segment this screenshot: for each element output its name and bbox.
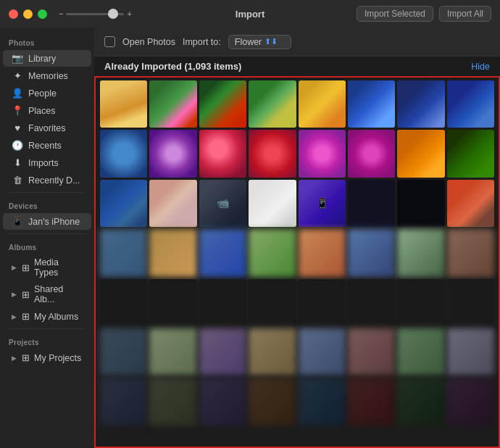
photo-cell[interactable] [348,180,395,227]
photo-cell[interactable] [299,229,346,276]
photo-cell[interactable] [199,80,246,128]
photo-cell[interactable] [348,130,395,177]
photo-cell[interactable] [100,279,147,326]
photo-cell[interactable] [149,279,196,326]
photo-cell[interactable] [100,180,147,227]
minimize-button[interactable] [23,9,33,19]
photo-cell[interactable] [199,378,246,425]
photo-cell[interactable] [149,328,196,376]
photo-cell[interactable] [397,80,444,128]
sidebar-label-recents: Recents [28,141,62,151]
photo-cell[interactable] [447,80,494,128]
photo-cell[interactable] [249,229,296,276]
photo-cell[interactable] [397,328,444,376]
photo-cell[interactable] [447,180,494,227]
favorites-icon: ♥ [12,123,23,133]
photo-cell[interactable] [149,378,196,425]
photo-cell[interactable] [299,130,346,177]
sidebar-item-recents[interactable]: 🕐 Recents [3,137,91,154]
album-dropdown[interactable]: Flower ⬆⬇ [228,35,292,49]
photo-cell[interactable] [447,328,494,376]
photo-cell[interactable] [199,130,246,177]
photo-cell[interactable] [447,378,494,425]
photo-cell[interactable] [299,279,346,326]
photo-cell[interactable] [149,229,196,276]
sidebar-item-memories[interactable]: ✦ Memories [3,67,91,84]
photo-cell[interactable] [249,180,296,227]
zoom-out-icon[interactable]: − [59,9,63,18]
photo-cell[interactable] [447,279,494,326]
library-icon: 📷 [12,53,23,64]
hide-link[interactable]: Hide [471,62,490,72]
photo-cell[interactable]: 📱 [299,180,346,227]
photo-cell[interactable] [100,229,147,276]
sidebar-label-places: Places [28,106,56,116]
photo-cell[interactable] [299,378,346,425]
imports-icon: ⬇ [12,157,23,168]
photo-cell[interactable] [249,130,296,177]
import-toolbar: Open Photos Import to: Flower ⬆⬇ [94,28,500,57]
zoom-in-icon[interactable]: + [127,9,131,18]
photo-cell[interactable] [249,80,296,128]
titlebar-actions: Import Selected Import All [357,6,491,22]
photo-cell[interactable] [149,80,196,128]
sidebar-item-favorites[interactable]: ♥ Favorites [3,120,91,136]
photo-cell[interactable] [348,229,395,276]
sidebar-label-memories: Memories [28,71,68,81]
photo-cell[interactable] [299,328,346,376]
sidebar-item-recently-deleted[interactable]: 🗑 Recently D... [3,172,91,188]
sidebar-item-library[interactable]: 📷 Library [3,50,91,67]
photo-cell[interactable] [199,229,246,276]
photo-cell[interactable] [100,130,147,177]
sidebar-item-places[interactable]: 📍 Places [3,102,91,119]
sidebar-item-shared-albums[interactable]: ▶ ⊞ Shared Alb... [3,281,91,307]
photo-cell[interactable]: 📹 [199,180,246,227]
open-photos-label: Open Photos [122,37,175,47]
photo-cell[interactable] [348,80,395,128]
sidebar-item-imports[interactable]: ⬇ Imports [3,154,91,171]
import-all-button[interactable]: Import All [439,6,491,22]
photo-cell[interactable] [447,130,494,177]
photo-cell[interactable] [299,80,346,128]
dropdown-arrow-icon: ⬆⬇ [264,37,278,46]
photo-cell[interactable] [348,378,395,425]
sidebar-item-jans-iphone[interactable]: 📱 Jan's iPhone [3,213,91,230]
expand-arrow-my-albums: ▶ [12,313,17,320]
maximize-button[interactable] [38,9,47,19]
photo-cell[interactable] [100,80,147,128]
sidebar-item-people[interactable]: 👤 People [3,85,91,101]
iphone-icon: 📱 [12,216,23,227]
sidebar-item-media-types[interactable]: ▶ ⊞ Media Types [3,254,91,281]
photo-cell[interactable] [397,279,444,326]
photo-cell[interactable] [149,130,196,177]
already-imported-text: Already Imported (1,093 items) [104,61,241,72]
photo-cell[interactable] [397,130,444,177]
sidebar-label-imports: Imports [28,158,59,168]
photo-cell[interactable] [100,378,147,425]
photo-cell[interactable] [348,328,395,376]
sidebar-item-my-albums[interactable]: ▶ ⊞ My Albums [3,308,91,325]
photo-cell[interactable] [149,180,196,227]
photo-cell[interactable] [348,279,395,326]
photo-cell[interactable] [249,279,296,326]
sidebar-item-my-projects[interactable]: ▶ ⊞ My Projects [3,349,91,366]
window-controls [9,9,47,19]
photo-cell[interactable] [397,229,444,276]
photo-cell[interactable] [447,229,494,276]
photo-cell[interactable] [397,378,444,425]
photo-cell[interactable] [100,328,147,376]
photo-grid: 📹 📱 [97,78,497,428]
photo-grid-container[interactable]: 📹 📱 [94,76,500,448]
photo-cell[interactable] [199,279,246,326]
close-button[interactable] [9,9,18,19]
zoom-slider[interactable] [66,13,124,15]
photo-cell[interactable] [249,378,296,425]
import-selected-button[interactable]: Import Selected [357,6,433,22]
photo-cell[interactable] [249,328,296,376]
photo-cell[interactable] [199,328,246,376]
expand-arrow-projects: ▶ [12,354,17,362]
trash-icon: 🗑 [12,175,23,186]
photo-cell[interactable] [397,180,444,227]
open-photos-checkbox[interactable] [104,36,115,47]
sidebar-label-my-albums: My Albums [34,312,78,322]
